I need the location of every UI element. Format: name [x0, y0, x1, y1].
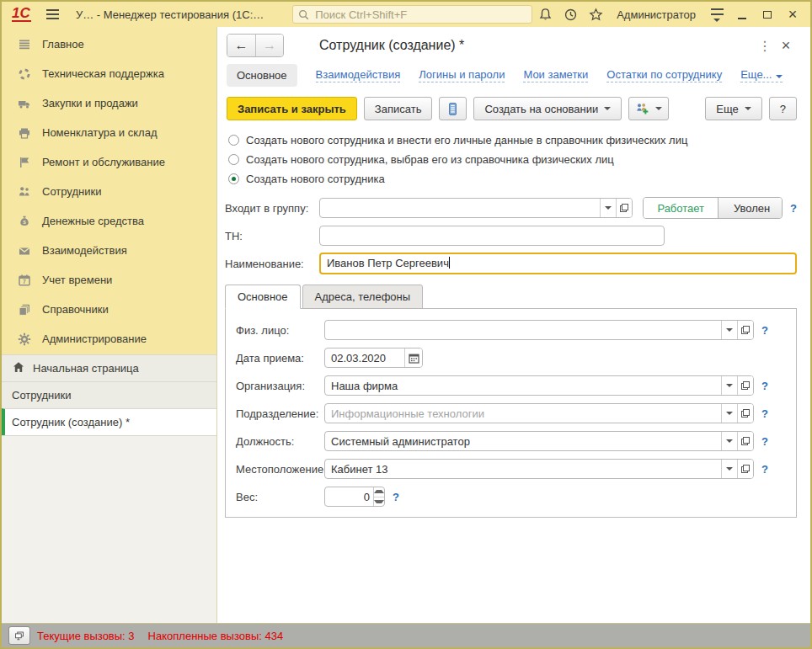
close-form-icon[interactable]: × [775, 36, 797, 56]
open-button[interactable] [616, 199, 632, 217]
add-person-button[interactable] [628, 97, 669, 120]
weight-stepper [373, 487, 384, 506]
help-link[interactable]: ? [761, 407, 768, 420]
sidebar-item-tech-support[interactable]: Техническая поддержка [2, 59, 216, 88]
favorites-star-icon[interactable] [583, 3, 608, 25]
sidebar-label: Главное [42, 38, 84, 51]
open-button[interactable] [737, 376, 753, 395]
minimize-button[interactable] [729, 3, 755, 25]
sidebar-item-purchases-sales[interactable]: Закупки и продажи [2, 88, 216, 118]
field-label: Организация: [236, 380, 324, 392]
life-ring-icon [17, 66, 31, 81]
sidebar-item-employees[interactable]: Сотрудники [2, 177, 216, 206]
stepper-down-button[interactable] [374, 497, 384, 507]
help-link[interactable]: ? [761, 463, 768, 476]
dropdown-button[interactable] [600, 199, 616, 217]
open-button[interactable] [737, 432, 753, 450]
help-link[interactable]: ? [393, 491, 399, 503]
nav-link-my-notes[interactable]: Мои заметки [523, 68, 588, 82]
sidebar-item-repair-service[interactable]: Ремонт и обслуживание [2, 147, 216, 177]
chevron-down-icon [604, 107, 611, 110]
window-tab-employee-new[interactable]: Сотрудник (создание) * [2, 408, 216, 435]
nav-link-interactions[interactable]: Взаимодействия [316, 68, 401, 82]
sidebar-item-main[interactable]: Главное [2, 29, 216, 59]
show-in-list-button[interactable] [439, 97, 467, 120]
help-link[interactable]: ? [761, 324, 768, 337]
position-input[interactable]: Системный администратор [325, 432, 721, 450]
open-windows-panel: Начальная страница Сотрудники Сотрудник … [2, 354, 216, 623]
create-based-on-button[interactable]: Создать на основании [473, 97, 622, 120]
help-link[interactable]: ? [761, 435, 768, 448]
department-input[interactable]: Информационные технологии [325, 404, 721, 423]
sidebar-item-interactions[interactable]: Взаимодействия [2, 236, 216, 265]
service-menu-icon[interactable] [704, 3, 729, 25]
people-icon [17, 184, 31, 199]
history-icon[interactable] [558, 3, 583, 25]
page-title: Сотрудник (создание) * [319, 38, 464, 53]
open-button[interactable] [737, 460, 753, 478]
hire-date-input[interactable]: 02.03.2020 [325, 348, 404, 367]
global-search[interactable] [292, 5, 532, 24]
sidebar-item-administration[interactable]: Администрирование [2, 324, 216, 354]
current-user[interactable]: Администратор [617, 8, 696, 21]
dropdown-button[interactable] [721, 376, 737, 395]
radio-create-from-catalog[interactable]: Создать нового сотрудника, выбрав его из… [228, 150, 810, 169]
weight-input[interactable]: 0 [325, 487, 373, 506]
field-label: Дата приема: [236, 352, 324, 364]
help-link[interactable]: ? [761, 380, 768, 392]
save-and-close-button[interactable]: Записать и закрыть [227, 97, 357, 120]
sidebar-item-catalogs[interactable]: Справочники [2, 295, 216, 324]
sidebar-item-nomenclature-warehouse[interactable]: Номенклатура и склад [2, 118, 216, 147]
radio-create-with-personal-data[interactable]: Создать нового сотрудника и внести его л… [228, 130, 810, 150]
back-button[interactable]: ← [227, 35, 255, 56]
status-working-button[interactable]: Работает [644, 198, 718, 218]
help-button[interactable]: ? [769, 97, 797, 120]
form-nav-links: Основное Взаимодействия Логины и пароли … [218, 59, 810, 95]
maximize-button[interactable] [755, 3, 780, 25]
radio-selected-icon [228, 173, 239, 184]
tab-main[interactable]: Основное [225, 285, 301, 309]
notifications-bell-icon[interactable] [532, 3, 558, 25]
dropdown-button[interactable] [721, 432, 737, 450]
open-icon [620, 204, 628, 212]
search-input[interactable] [313, 8, 526, 22]
more-button[interactable]: Еще [705, 97, 761, 120]
open-button[interactable] [737, 404, 753, 423]
person-input[interactable] [325, 321, 721, 339]
left-panel: Главное Техническая поддержка Закупки и … [2, 27, 217, 623]
calendar-icon [409, 353, 419, 364]
sidebar-label: Администрирование [42, 332, 147, 345]
organization-input[interactable]: Наша фирма [325, 376, 721, 395]
form-menu-dots-icon[interactable]: ⋮ [753, 37, 775, 55]
tab-addresses-phones[interactable]: Адреса, телефоны [302, 285, 424, 309]
nav-link-logins-passwords[interactable]: Логины и пароли [419, 68, 505, 82]
tn-input[interactable] [319, 226, 665, 246]
save-button[interactable]: Записать [364, 97, 433, 120]
stepper-up-button[interactable] [374, 487, 384, 497]
dropdown-button[interactable] [721, 404, 737, 423]
location-input[interactable]: Кабинет 13 [325, 460, 721, 478]
group-input[interactable] [320, 199, 600, 217]
calendar-picker-button[interactable] [404, 348, 422, 367]
sidebar-item-money[interactable]: s Денежные средства [2, 206, 216, 236]
open-button[interactable] [737, 321, 753, 339]
sidebar-item-time-tracking[interactable]: 7 Учет времени [2, 265, 216, 295]
dropdown-button[interactable] [721, 460, 737, 478]
nav-tab-main[interactable]: Основное [227, 64, 297, 87]
home-page-label: Начальная страница [33, 362, 139, 375]
forward-button[interactable]: → [255, 35, 283, 56]
radio-create-new[interactable]: Создать нового сотрудника [228, 169, 810, 189]
name-input[interactable]: Иванов Петр Сергеевич [319, 253, 797, 274]
performance-indicator-button[interactable] [8, 626, 30, 645]
main-menu-icon[interactable] [46, 7, 59, 22]
status-fired-button[interactable]: Уволен [718, 198, 783, 218]
nav-link-employee-balances[interactable]: Остатки по сотруднику [606, 68, 722, 82]
nav-link-more[interactable]: Еще... [740, 68, 783, 82]
window-tab-employees[interactable]: Сотрудники [2, 381, 216, 408]
home-page-item[interactable]: Начальная страница [2, 354, 216, 381]
dropdown-button[interactable] [721, 321, 737, 339]
close-window-button[interactable]: × [780, 3, 805, 25]
help-link[interactable]: ? [790, 202, 797, 215]
flag-icon [17, 155, 31, 169]
left-panel-filler [2, 435, 216, 623]
